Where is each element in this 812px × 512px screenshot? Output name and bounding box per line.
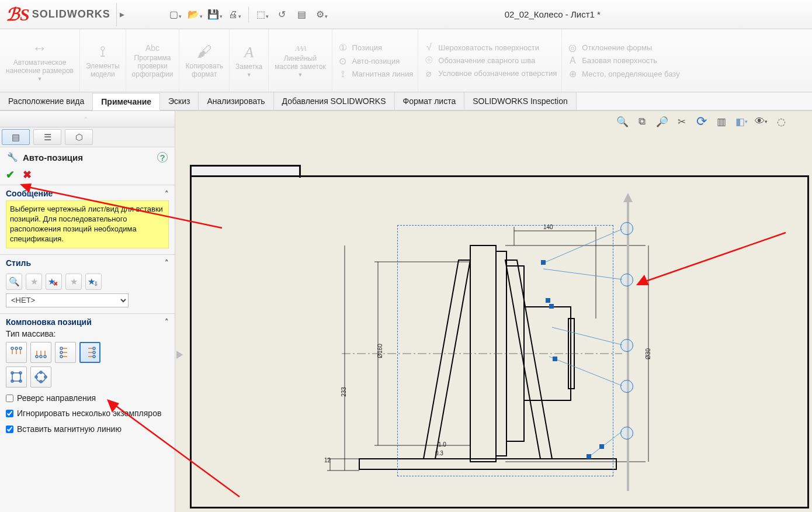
tab-evaluate[interactable]: Анализировать — [199, 92, 273, 110]
qat-save-icon[interactable]: 💾▾ — [209, 8, 221, 21]
ribbon-label: Место, определяющее базу — [582, 70, 679, 78]
panel-expand-icon[interactable] — [176, 351, 183, 359]
drag-handle[interactable] — [599, 444, 604, 449]
qat-new-icon[interactable]: ▢▾ — [169, 8, 182, 21]
section-layout-header[interactable]: Компоновка позиций˄ — [6, 317, 169, 327]
reverse-checkbox-input[interactable] — [6, 395, 13, 402]
qat-rebuild-icon[interactable]: ↺ — [276, 8, 289, 21]
tab-inspection[interactable]: SOLIDWORKS Inspection — [464, 92, 577, 110]
layout-pattern-circular[interactable] — [30, 366, 51, 388]
svg-point-1 — [15, 347, 18, 350]
ribbon-weld-symbol[interactable]: ⦾Обозначение сварного шва — [423, 55, 557, 65]
tab-sketch[interactable]: Эскиз — [160, 92, 199, 110]
svg-point-7 — [60, 351, 63, 354]
drag-handle[interactable] — [587, 454, 591, 459]
ribbon-datum-group: ◎Отклонение формы AБазовая поверхность ⊕… — [562, 29, 684, 92]
app-menu-expand-icon[interactable]: ▸ — [116, 3, 128, 26]
qat-options-icon[interactable]: ⚙▾ — [315, 8, 328, 21]
ribbon-label: Автоматическое нанесение размеров — [6, 58, 74, 75]
tab-addins[interactable]: Добавления SOLIDWORKS — [274, 92, 395, 110]
style-remove-fav-button[interactable]: ★✖ — [46, 274, 62, 290]
style-select[interactable]: <НЕТ> — [6, 293, 129, 307]
svg-point-11 — [93, 355, 95, 358]
drag-handle[interactable] — [549, 304, 554, 309]
drag-handle[interactable] — [541, 260, 546, 265]
drag-handle[interactable] — [553, 357, 557, 361]
layout-pattern-square[interactable] — [6, 366, 27, 388]
svg-point-6 — [60, 347, 63, 350]
ribbon-auto-balloon[interactable]: ⊙Авто-позиция — [337, 56, 414, 67]
ribbon-datum-feature[interactable]: AБазовая поверхность — [567, 56, 679, 66]
tab-sheet-format[interactable]: Формат листа — [395, 92, 465, 110]
qat-print-icon[interactable]: 🖨▾ — [228, 8, 241, 21]
dim-dia1: Ø160 — [377, 344, 383, 358]
style-save-button[interactable]: ★ — [65, 274, 82, 290]
svg-line-46 — [552, 327, 622, 345]
svg-point-8 — [60, 355, 63, 358]
panel-tab-config-manager[interactable]: ⬡ — [65, 129, 93, 145]
drag-handle[interactable] — [546, 298, 550, 303]
ribbon-label: Базовая поверхность — [582, 56, 657, 65]
section-message-header[interactable]: Сообщение˄ — [6, 189, 169, 198]
style-load-button[interactable]: ★⇩ — [85, 274, 102, 290]
ribbon-hole-callout[interactable]: ⌀Условное обозначение отверстия — [423, 68, 557, 79]
zoom-area-icon[interactable]: ⧉ — [634, 114, 650, 129]
ribbon-linear-note-pattern[interactable]: AAA Линейный массив заметок ▼ — [269, 29, 332, 92]
insert-magnet-checkbox-input[interactable] — [6, 425, 13, 433]
display-style-icon[interactable]: ▥ — [714, 114, 729, 129]
app-name: SOLIDWORKS — [32, 8, 110, 20]
drawing-sheet[interactable]: 140 Ø160 233 Ø30 12 0.3 1.0 — [181, 134, 808, 512]
ribbon-spellcheck[interactable]: Abc Программа проверки орфографии — [126, 29, 180, 92]
ok-button[interactable]: ✔ — [6, 168, 15, 181]
layout-type-label: Тип массива: — [6, 329, 169, 338]
ribbon-model-items[interactable]: ⟟ Элементы модели — [80, 29, 126, 92]
checkbox-insert-magnet[interactable]: Вставить магнитную линию — [6, 424, 169, 434]
qat-list-icon[interactable]: ▤ — [296, 8, 308, 21]
ribbon-label: Программа проверки орфографии — [132, 54, 173, 78]
weld-symbol-icon: ⦾ — [423, 55, 435, 65]
ribbon-datum-target[interactable]: ⊕Место, определяющее базу — [567, 68, 679, 79]
datum-target-icon: ⊕ — [567, 68, 578, 79]
ribbon-form-tolerance[interactable]: ◎Отклонение формы — [567, 42, 679, 53]
ribbon-copy-format[interactable]: 🖌 Копировать формат — [179, 29, 230, 92]
cancel-button[interactable]: ✖ — [23, 168, 32, 181]
panel-tab-property-manager[interactable]: ☰ — [33, 129, 61, 145]
ribbon-magnet-line[interactable]: ⟟Магнитная линия — [337, 69, 414, 79]
ribbon-label: Условное обозначение отверстия — [438, 69, 557, 78]
pm-title: Авто-позиция — [23, 153, 83, 162]
panel-tab-feature-manager[interactable]: ▤ — [2, 129, 30, 145]
ignore-multi-checkbox-input[interactable] — [6, 410, 13, 417]
view-cube-icon[interactable]: ◧ ▾ — [734, 114, 749, 129]
ribbon-surface-finish[interactable]: √Шероховатость поверхности — [423, 42, 557, 53]
qat-open-icon[interactable]: 📂▾ — [189, 8, 202, 21]
section-style-header[interactable]: Стиль˄ — [6, 258, 169, 268]
zoom-fit-icon[interactable]: 🔍 — [615, 114, 630, 129]
qat-select-icon[interactable]: ⬚▾ — [256, 8, 269, 21]
checkbox-ignore-multi[interactable]: Игнорировать несколько экземпляров — [6, 409, 169, 418]
layout-pattern-bottom[interactable] — [30, 342, 51, 363]
chevron-up-icon: ˄ — [165, 189, 169, 198]
svg-point-3 — [36, 355, 38, 358]
rotate-view-icon[interactable]: ⟳ — [694, 114, 709, 129]
checkbox-reverse[interactable]: Реверс направления — [6, 393, 169, 403]
appearance-icon[interactable]: ◌ — [773, 114, 789, 129]
style-apply-button[interactable]: 🔍 — [6, 274, 22, 290]
help-icon[interactable]: ? — [157, 152, 168, 162]
ribbon-label: Позиция — [352, 43, 382, 52]
layout-pattern-top[interactable] — [6, 342, 27, 363]
layout-pattern-left[interactable] — [55, 342, 76, 363]
ribbon-auto-dimension[interactable]: ↔ Автоматическое нанесение размеров ▼ — [0, 29, 80, 92]
ribbon-balloon[interactable]: ①Позиция — [337, 42, 414, 53]
tab-view-layout[interactable]: Расположение вида — [0, 92, 93, 110]
zoom-prev-icon[interactable]: 🔎 — [654, 114, 669, 129]
style-add-fav-button[interactable]: ★ — [26, 274, 42, 290]
section-view-icon[interactable]: ✂ — [674, 114, 689, 129]
layout-pattern-right[interactable] — [79, 342, 100, 363]
svg-point-2 — [19, 347, 22, 350]
hole-callout-icon: ⌀ — [423, 68, 435, 79]
ribbon-note[interactable]: A Заметка ▼ — [230, 29, 269, 92]
chevron-up-icon: ˄ — [165, 317, 169, 326]
tab-annotation[interactable]: Примечание — [93, 93, 160, 110]
drawing-viewport[interactable]: 🔍 ⧉ 🔎 ✂ ⟳ ▥ ◧ ▾ 👁 ▾ ◌ — [175, 111, 812, 512]
hide-show-icon[interactable]: 👁 ▾ — [754, 114, 769, 129]
